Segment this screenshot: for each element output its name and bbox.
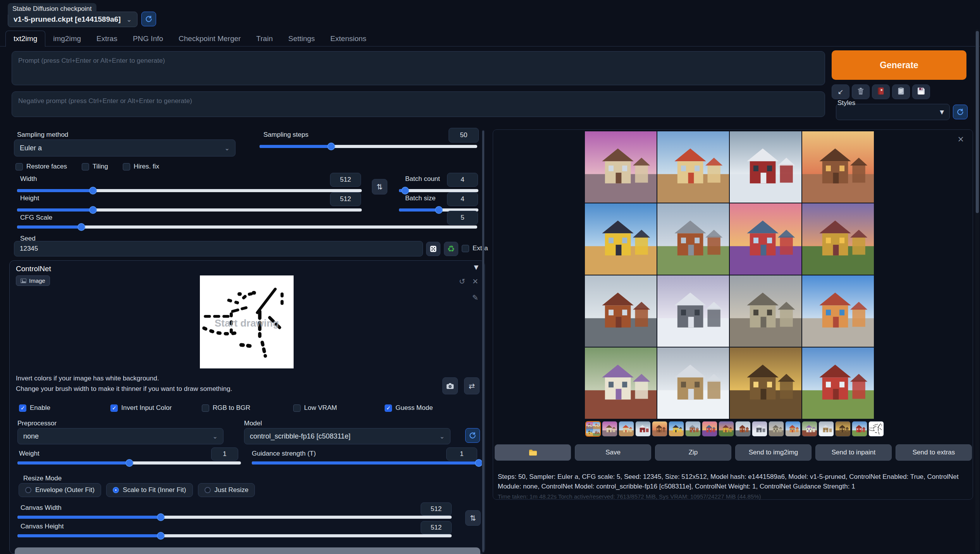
checkbox-low-vram[interactable]: Low VRAM [293,404,385,412]
model-dropdown[interactable]: control_scribble-fp16 [c508311e] ⌄ [244,428,450,444]
width-slider[interactable] [17,189,362,192]
trash-button[interactable] [852,84,870,99]
settings-scrollbar[interactable] [482,130,485,553]
canvas-height-slider[interactable] [17,534,452,537]
gallery-image[interactable] [585,131,657,203]
negative-prompt-input[interactable] [12,91,825,117]
height-value[interactable]: 512 [330,192,361,206]
collapse-icon[interactable]: ▼ [474,264,478,271]
send-to-inpaint-button[interactable]: Send to inpaint [815,444,892,461]
mirror-button[interactable]: ⇄ [464,377,480,394]
thumbnail-image[interactable] [602,421,617,437]
gallery-image[interactable] [585,348,657,419]
thumbnail-image[interactable] [852,421,867,437]
thumbnail-image[interactable] [702,421,717,437]
canvas-height-value[interactable]: 512 [421,521,452,534]
send-to-extras-button[interactable]: Send to extras [896,444,972,461]
gallery-image[interactable] [657,203,729,275]
generate-button[interactable]: Generate [832,50,966,80]
clear-canvas-icon[interactable]: ✕ [472,277,478,286]
brush-icon[interactable]: ✎ [472,293,478,302]
batch-count-value[interactable]: 4 [447,173,478,187]
controlnet-drawing-canvas[interactable]: Start drawing [200,275,294,368]
gallery-image[interactable] [730,131,801,203]
send-to-img2img-button[interactable]: Send to img2img [735,444,812,461]
thumbnail-image[interactable] [635,421,651,437]
thumbnail-image[interactable] [769,421,784,437]
save-button[interactable]: Save [575,444,651,461]
close-gallery-icon[interactable]: × [957,134,964,144]
resize-option-envelope-outer-fit-[interactable]: Envelope (Outer Fit) [19,483,101,497]
cfg-scale-value[interactable]: 5 [447,211,478,225]
width-value[interactable]: 512 [330,173,361,187]
thumbnail-image[interactable] [835,421,851,437]
guidance-strength-slider[interactable] [252,461,479,465]
gallery-image[interactable] [730,203,801,275]
create-canvas-bar[interactable] [15,547,480,554]
sampling-steps-slider[interactable] [260,145,477,148]
height-slider[interactable] [17,208,362,212]
batch-size-value[interactable]: 4 [447,192,478,206]
page-scrollbar-thumb[interactable] [976,31,979,213]
guidance-strength-value[interactable]: 1 [446,447,477,461]
gallery-image[interactable] [657,275,729,347]
arrow-down-left-button[interactable]: ↙ [832,84,849,99]
checkbox-rgb-to-bgr[interactable]: RGB to BGR [202,404,293,412]
resize-option-scale-to-fit-inner-fit-[interactable]: Scale to Fit (Inner Fit) [106,483,193,497]
clipboard-button[interactable] [892,84,910,99]
sampling-steps-value[interactable]: 50 [449,128,479,143]
checkbox-restore-faces[interactable]: Restore faces [15,163,67,170]
thumbnail-image[interactable] [669,421,684,437]
checkbox-enable[interactable]: Enable [19,404,110,412]
checkbox-tiling[interactable]: Tiling [82,163,108,170]
webcam-button[interactable] [442,377,458,394]
gallery-image[interactable] [657,348,729,419]
thumbnail-image[interactable] [785,421,801,437]
settings-scrollbar-thumb[interactable] [482,131,484,552]
sampling-method-dropdown[interactable]: Euler a ⌄ [14,139,236,157]
refresh-checkpoint-button[interactable] [141,12,156,26]
thumbnail-image[interactable] [802,421,817,437]
checkbox-invert-input-color[interactable]: Invert Input Color [110,404,202,412]
tab-img2img[interactable]: img2img [45,31,89,46]
book-button[interactable] [872,84,890,99]
random-seed-button[interactable] [426,242,440,256]
thumbnail-grid[interactable] [585,421,601,437]
seed-input[interactable] [14,241,423,256]
checkbox-hires-fix[interactable]: Hires. fix [123,163,159,170]
controlnet-image-tab[interactable]: Image [16,275,50,286]
gallery-image[interactable] [802,131,874,203]
refresh-models-button[interactable] [465,428,480,443]
reuse-seed-button[interactable]: ♻ [444,242,458,256]
checkbox-guess-mode[interactable]: Guess Mode [385,404,476,412]
weight-value[interactable]: 1 [211,447,238,461]
gallery-image[interactable] [730,348,801,419]
gallery-image[interactable] [585,275,657,347]
tab-png-info[interactable]: PNG Info [125,31,171,46]
gallery-image[interactable] [802,275,874,347]
weight-slider[interactable] [17,461,241,465]
gallery-image[interactable] [802,348,874,419]
prompt-input[interactable] [12,51,825,85]
canvas-width-slider[interactable] [17,516,452,519]
thumbnail-image[interactable] [652,421,667,437]
save-button[interactable] [912,84,930,99]
zip-button[interactable]: Zip [655,444,731,461]
batch-count-slider[interactable] [399,189,478,192]
cfg-scale-slider[interactable] [17,225,477,229]
tab-extensions[interactable]: Extensions [323,31,374,46]
gallery-image[interactable] [802,203,874,275]
swap-canvas-dims-button[interactable]: ⇅ [465,510,481,526]
tab-txt2img[interactable]: txt2img [5,31,45,47]
thumbnail-image[interactable] [719,421,734,437]
tab-extras[interactable]: Extras [89,31,125,46]
thumbnail-image[interactable] [752,421,767,437]
swap-width-height-button[interactable]: ⇅ [372,179,387,194]
thumbnail-image[interactable] [818,421,834,437]
gallery-image[interactable] [730,275,801,347]
page-scrollbar[interactable] [975,29,979,552]
preprocessor-dropdown[interactable]: none ⌄ [17,428,224,444]
thumbnail-image[interactable] [619,421,634,437]
open-folder-button[interactable] [495,444,571,461]
undo-icon[interactable]: ↺ [459,277,465,286]
